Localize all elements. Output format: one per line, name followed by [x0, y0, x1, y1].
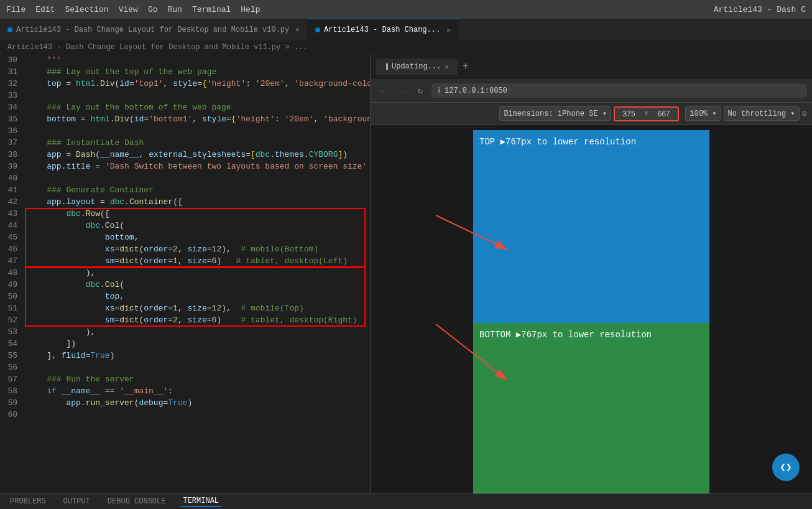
- menu-go[interactable]: Go: [148, 5, 158, 14]
- menu-bar: File Edit Selection View Go Run Terminal…: [0, 0, 812, 19]
- statusbar-terminal[interactable]: TERMINAL: [180, 497, 221, 507]
- preview-top: TOP ▶767px to lower resolution: [473, 130, 709, 323]
- dimension-input-group: ×: [614, 106, 679, 121]
- code-line-34: 34 ### Lay out the bottom of the web pag…: [0, 101, 370, 113]
- code-line-35: 35 bottom = html.Div(id='bottom1', style…: [0, 113, 370, 125]
- window-title: Article143 - Dash C: [714, 5, 806, 14]
- code-line-43: 43 dbc.Row([: [0, 208, 370, 220]
- menu-run[interactable]: Run: [167, 5, 182, 14]
- code-line-47: 47 sm=dict(order=1, size=6) # tablet, de…: [0, 255, 370, 267]
- throttle-label: No throttling ▾: [728, 109, 795, 118]
- code-area[interactable]: 30 ''' 31 ### Lay out the top of the web…: [0, 54, 370, 493]
- code-line-36: 36: [0, 125, 370, 137]
- menu-selection[interactable]: Selection: [65, 5, 108, 14]
- browser-tabbar: ▐ Updating... ✕ +: [371, 54, 812, 79]
- site-favicon: ▐: [384, 63, 388, 70]
- statusbar-output[interactable]: OUTPUT: [61, 497, 93, 506]
- browser-addressbar: ← → ↻ ℹ 127.0.0.1:8050: [371, 79, 812, 103]
- dimensions-label: Dimensions: iPhone SE ▾: [504, 109, 607, 118]
- code-line-38: 38 app = Dash(__name__, external_stylesh…: [0, 149, 370, 161]
- code-line-33: 33: [0, 90, 370, 101]
- devtools-toolbar: Dimensions: iPhone SE ▾ × 100% ▾ No thro…: [371, 103, 812, 125]
- preview-top-label: TOP ▶767px to lower resolution: [479, 136, 636, 147]
- back-button[interactable]: ←: [376, 86, 390, 96]
- code-line-54: 54 ]): [0, 338, 370, 350]
- breadcrumb: Article143 - Dash Change Layout for Desk…: [0, 40, 812, 54]
- refresh-button[interactable]: ↻: [413, 85, 428, 96]
- code-line-60: 60: [0, 409, 370, 421]
- code-line-59: 59 app.run_server(debug=True): [0, 397, 370, 409]
- tab-label-2: Article143 - Dash Chang...: [324, 26, 440, 34]
- code-line-32: 32 top = html.Div(id='top1', style={'hei…: [0, 78, 370, 90]
- zoom-label: 100% ▾: [690, 110, 716, 118]
- code-line-55: 55 ], fluid=True): [0, 350, 370, 362]
- code-line-44: 44 dbc.Col(: [0, 220, 370, 231]
- browser-tab-close[interactable]: ✕: [445, 63, 449, 71]
- code-line-49: 49 dbc.Col(: [0, 279, 370, 291]
- code-line-31: 31 ### Lay out the top of the web page: [0, 66, 370, 78]
- dimensions-select[interactable]: Dimensions: iPhone SE ▾: [499, 106, 611, 121]
- forward-button[interactable]: →: [394, 86, 409, 96]
- editor-tabbar: Article143 - Dash Change Layout for Desk…: [0, 19, 812, 40]
- rotate-icon[interactable]: ⊙: [802, 108, 807, 119]
- statusbar: PROBLEMS OUTPUT DEBUG CONSOLE TERMINAL: [0, 493, 812, 509]
- url-text: 127.0.0.1:8050: [445, 86, 507, 95]
- code-line-42: 42 app.layout = dbc.Container([: [0, 196, 370, 208]
- code-line-51: 51 xs=dict(order=1, size=12), # mobile(T…: [0, 302, 370, 314]
- code-line-39: 39 app.title = 'Dash Switch between two …: [0, 161, 370, 172]
- toggle-button[interactable]: ❮❯: [772, 454, 800, 481]
- editor-tab-2[interactable]: Article143 - Dash Chang... ✕: [308, 19, 459, 40]
- statusbar-problems[interactable]: PROBLEMS: [7, 497, 48, 506]
- menu-help[interactable]: Help: [241, 5, 260, 14]
- code-line-41: 41 ### Generate Container: [0, 184, 370, 196]
- editor-tab-1[interactable]: Article143 - Dash Change Layout for Desk…: [0, 19, 308, 40]
- code-line-58: 58 if __name__ == '__main__':: [0, 385, 370, 397]
- preview-bottom-label: BOTTOM ▶767px to lower resolution: [479, 329, 652, 340]
- preview-bottom: BOTTOM ▶767px to lower resolution: [473, 323, 709, 493]
- code-line-30: 30 ''': [0, 54, 370, 66]
- toggle-icon: ❮❯: [780, 461, 791, 474]
- menu-edit[interactable]: Edit: [35, 5, 55, 14]
- code-line-56: 56: [0, 362, 370, 373]
- menu-view[interactable]: View: [119, 5, 138, 14]
- preview-frame: TOP ▶767px to lower resolution BOTTOM ▶7…: [473, 130, 709, 493]
- dimension-separator: ×: [643, 110, 650, 118]
- code-line-48: 48 ),: [0, 267, 370, 279]
- browser-tab-label: Updating...: [392, 62, 441, 71]
- preview-area: TOP ▶767px to lower resolution BOTTOM ▶7…: [371, 125, 812, 493]
- address-bar[interactable]: ℹ 127.0.0.1:8050: [431, 83, 807, 98]
- code-line-50: 50 top,: [0, 291, 370, 302]
- code-line-40: 40: [0, 172, 370, 184]
- browser-tab-active[interactable]: ▐ Updating... ✕: [376, 58, 458, 75]
- main-area: 30 ''' 31 ### Lay out the top of the web…: [0, 54, 812, 493]
- code-line-46: 46 xs=dict(order=2, size=12), # mobile(B…: [0, 243, 370, 255]
- height-input[interactable]: [650, 108, 678, 120]
- tab-label-1: Article143 - Dash Change Layout for Desk…: [16, 26, 289, 34]
- zoom-select[interactable]: 100% ▾: [685, 106, 721, 121]
- new-tab-button[interactable]: +: [463, 61, 469, 72]
- code-line-53: 53 ),: [0, 326, 370, 338]
- browser-panel: ▐ Updating... ✕ + ← → ↻ ℹ 127.0.0.1:8050…: [370, 54, 812, 493]
- code-line-45: 45 bottom,: [0, 231, 370, 243]
- code-editor: 30 ''' 31 ### Lay out the top of the web…: [0, 54, 370, 493]
- code-line-37: 37 ### Instantiate Dash: [0, 137, 370, 149]
- throttle-select[interactable]: No throttling ▾: [724, 106, 800, 121]
- code-line-57: 57 ### Run the server: [0, 373, 370, 385]
- width-input[interactable]: [615, 108, 643, 120]
- code-line-52: 52 sm=dict(order=2, size=6) # tablet, de…: [0, 314, 370, 326]
- statusbar-debug-console[interactable]: DEBUG CONSOLE: [105, 497, 168, 506]
- menu-file[interactable]: File: [6, 5, 25, 14]
- lock-icon: ℹ: [438, 86, 441, 95]
- menu-terminal[interactable]: Terminal: [192, 5, 231, 14]
